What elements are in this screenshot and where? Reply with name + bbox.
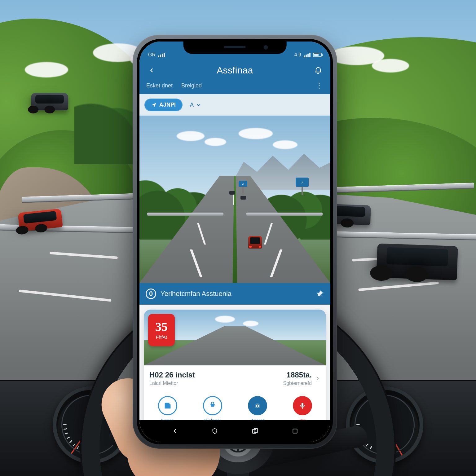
badge-label: FhfAt	[156, 334, 167, 340]
pin-icon[interactable]	[316, 290, 324, 298]
phone-notch	[183, 42, 287, 54]
card-metric-label: Sgbternerefd	[283, 381, 312, 386]
card-thumbnail: 35 FhfAt	[144, 310, 326, 365]
chevron-right-icon	[315, 376, 320, 381]
recents-icon	[251, 428, 259, 434]
status-right-text: 4.9	[294, 52, 301, 58]
app-screen: GR 4.9 Assfinaa Esket dnet	[139, 42, 330, 442]
svg-rect-3	[302, 403, 303, 407]
app-header: Assfinaa Esket dnet Breigiod ⋮	[139, 60, 330, 94]
card-metric-value: 1885ta.	[283, 371, 312, 379]
notifications-button[interactable]	[312, 64, 325, 77]
signal-icon	[158, 53, 165, 57]
badge-number: 35	[155, 321, 168, 333]
nav-overview-button[interactable]	[290, 426, 300, 436]
nav-back-button[interactable]	[170, 426, 179, 436]
chevron-down-icon	[196, 103, 201, 108]
chevron-left-icon	[148, 67, 155, 73]
shop-icon	[203, 396, 222, 415]
chevron-left-icon	[171, 428, 178, 434]
route-card[interactable]: 35 FhfAt H02 26 inclst Laiarl Miettor 18…	[144, 310, 326, 425]
primary-chip[interactable]: AJNPI	[144, 99, 183, 111]
action-0[interactable]: fwrtire	[145, 396, 190, 423]
page-title: Assfinaa	[217, 65, 253, 76]
square-icon	[292, 428, 298, 434]
tab-1[interactable]: Breigiod	[181, 82, 202, 89]
nav-home-button[interactable]	[210, 426, 219, 436]
bell-icon	[314, 66, 322, 74]
primary-chip-label: AJNPI	[159, 102, 176, 108]
system-navigation-bar	[139, 420, 330, 442]
road-sign: A	[239, 181, 247, 187]
info-banner[interactable]: 0 Yerlhetcmfan Asstuenia	[139, 283, 330, 305]
header-tabs: Esket dnet Breigiod ⋮	[145, 81, 325, 91]
ticket-icon	[158, 396, 177, 415]
tab-0[interactable]: Esket dnet	[146, 82, 173, 89]
banner-text: Yerlhetcmfan Asstuenia	[161, 290, 312, 298]
camera-icon	[248, 396, 267, 415]
card-title: H02 26 inclst	[149, 371, 195, 379]
action-1[interactable]: Rislensl	[190, 396, 235, 423]
secondary-chip[interactable]: A	[188, 99, 203, 111]
road-sign: ↗	[296, 178, 309, 187]
hero-road-image[interactable]: ↗ A	[139, 116, 330, 283]
secondary-chip-label: A	[190, 102, 194, 108]
card-subtitle: Laiarl Miettor	[149, 381, 195, 386]
nav-recents-button[interactable]	[250, 426, 260, 436]
info-icon: 0	[146, 289, 156, 299]
shield-outline-icon	[211, 428, 218, 434]
svg-rect-6	[293, 429, 297, 433]
tabs-overflow-button[interactable]: ⋮	[315, 81, 324, 90]
action-3[interactable]: idtc	[280, 396, 325, 423]
battery-icon	[313, 53, 322, 57]
phone-device: GR 4.9 Assfinaa Esket dnet	[133, 35, 337, 449]
action-2[interactable]: Ascrat	[235, 396, 280, 423]
wifi-icon	[304, 53, 311, 57]
mic-icon	[293, 396, 312, 415]
card-meta-row[interactable]: H02 26 inclst Laiarl Miettor 1885ta. Sgb…	[144, 365, 326, 391]
svg-point-2	[257, 405, 258, 407]
location-arrow-icon	[151, 102, 157, 108]
speed-badge: 35 FhfAt	[148, 314, 175, 346]
back-button[interactable]	[145, 64, 158, 77]
status-carrier: GR	[148, 52, 156, 58]
filter-chip-row: AJNPI A	[139, 94, 330, 116]
